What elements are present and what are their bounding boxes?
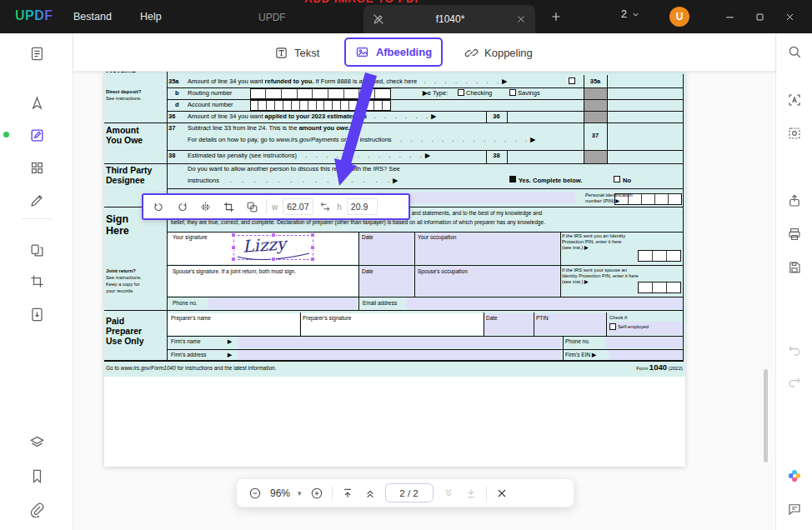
form-note-joint-return: Joint return? [106, 268, 136, 274]
crop-icon[interactable] [219, 198, 238, 216]
form-ipp-spouse: If the IRS sent your spouse an [562, 268, 627, 273]
form-note-direct-deposit: Direct deposit? [106, 89, 141, 95]
window-label: UPDF [258, 12, 286, 23]
edit-pdf-icon[interactable] [27, 125, 47, 145]
edit-slash-icon [372, 12, 385, 26]
markup-icon[interactable] [27, 92, 47, 112]
link-tool-icon [464, 45, 479, 60]
text-tool-icon [273, 45, 288, 60]
print-icon[interactable] [784, 224, 804, 244]
scrollbar-thumb[interactable] [764, 369, 768, 462]
ai-assistant-icon[interactable] [784, 466, 804, 486]
edit-ribbon: Tekst Afbeelding Koppeling [73, 33, 775, 72]
selection-handle[interactable] [310, 232, 315, 238]
aspect-link-icon[interactable] [318, 200, 332, 213]
minimize-button[interactable] [717, 4, 742, 29]
page-up-icon[interactable] [363, 486, 378, 501]
signature-image[interactable]: Lizzy [233, 235, 313, 260]
width-input[interactable] [283, 198, 313, 215]
tab-count-dropdown[interactable]: 2 [621, 8, 640, 20]
text-tool-button[interactable]: Tekst [273, 42, 319, 63]
text-tool-label: Tekst [294, 47, 319, 59]
width-label: w [272, 202, 278, 212]
tab-count: 2 [621, 8, 627, 20]
updf-window: ADD IMAGE TO PDF UPDF Bestand Help UPDF … [0, 0, 812, 530]
link-tool-button[interactable]: Koppeling [464, 42, 533, 63]
image-tool-label: Afbeelding [376, 46, 432, 58]
rotate-right-icon[interactable] [173, 198, 191, 216]
rotate-left-icon[interactable] [149, 198, 168, 216]
search-icon[interactable] [784, 42, 804, 62]
zoom-dropdown-caret[interactable]: ▾ [298, 489, 302, 498]
form-cell-36: 36 [486, 113, 507, 121]
form-cell-35a: 35a [584, 78, 607, 86]
link-tool-label: Koppeling [484, 47, 533, 59]
form-spouse-signature-label: Spouse's signature. If a joint return, b… [173, 268, 296, 275]
tab-close-icon[interactable] [515, 13, 527, 25]
form-tpd-no: No [623, 178, 631, 185]
form-section-paid-preparer: Paid [106, 317, 124, 326]
image-format-toolbar: w h [142, 193, 410, 220]
zoom-level[interactable]: 96% [270, 488, 290, 499]
crop-page-icon[interactable] [27, 271, 47, 291]
bookmark-icon[interactable] [27, 466, 47, 486]
selection-handle[interactable] [310, 245, 315, 250]
pages-grid-icon[interactable] [27, 158, 47, 178]
save-icon[interactable] [784, 258, 804, 278]
new-tab-button[interactable] [547, 8, 565, 26]
image-tool-button[interactable]: Afbeelding [344, 38, 443, 67]
height-input[interactable] [347, 198, 378, 215]
snapshot-icon[interactable] [784, 123, 804, 143]
menu-help[interactable]: Help [140, 11, 162, 22]
form-row-35a-num: 35a [168, 78, 179, 86]
redo-icon[interactable] [784, 372, 804, 392]
zoom-in-icon[interactable] [309, 486, 324, 501]
maximize-button[interactable] [747, 4, 772, 29]
signature-tool-icon[interactable] [27, 190, 47, 210]
form-cell-38: 38 [486, 152, 507, 160]
selection-handle[interactable] [271, 232, 276, 238]
form-note-see-instructions: See instructions. [106, 96, 142, 102]
image-tool-icon [355, 45, 370, 60]
form-your-signature-label: Your signature [173, 234, 208, 241]
layers-icon[interactable] [27, 432, 47, 452]
export-icon[interactable] [27, 304, 47, 324]
form-section-sign-here: Sign [106, 214, 128, 225]
bar-divider [332, 486, 333, 501]
attachment-icon[interactable] [27, 499, 47, 519]
organize-pages-icon[interactable] [27, 240, 47, 260]
avatar[interactable]: U [669, 7, 689, 27]
page-indicator[interactable]: 2 / 2 [385, 483, 434, 502]
chevron-down-icon [631, 10, 640, 19]
scroll-bottom-icon[interactable] [464, 486, 479, 501]
page-down-icon[interactable] [441, 486, 456, 501]
selection-handle[interactable] [310, 257, 315, 262]
active-tool-indicator [3, 132, 9, 138]
menu-bestand[interactable]: Bestand [73, 11, 112, 22]
selection-handle[interactable] [271, 257, 276, 262]
flip-icon[interactable] [196, 198, 214, 216]
zoom-out-icon[interactable] [248, 486, 263, 501]
chat-icon[interactable] [784, 499, 804, 519]
titlebar: ADD IMAGE TO PDF UPDF Bestand Help UPDF … [0, 0, 812, 33]
close-bar-icon[interactable] [494, 486, 509, 501]
scroll-top-icon[interactable] [340, 486, 355, 501]
share-icon[interactable] [784, 191, 804, 211]
close-button[interactable] [777, 4, 802, 29]
replace-image-icon[interactable] [243, 198, 261, 216]
undo-icon[interactable] [784, 340, 804, 360]
document-tab[interactable]: f1040* [363, 5, 535, 33]
form-row-36: Amount of line 34 you want applied to yo… [188, 113, 436, 121]
selection-handle[interactable] [231, 257, 236, 262]
form-tpd-question: Do you want to allow another person to d… [188, 166, 400, 173]
bar-divider [486, 486, 487, 501]
selection-handle[interactable] [231, 232, 236, 238]
reader-icon[interactable] [27, 43, 47, 63]
toolbar-divider [266, 199, 267, 214]
page-navigation-bar: 96% ▾ 2 / 2 [236, 478, 574, 508]
form-row-account: Account number [188, 102, 233, 109]
form-row-38: Estimated tax penalty (see instructions)… [188, 152, 430, 160]
left-toolbar [0, 33, 73, 530]
ocr-icon[interactable] [784, 90, 804, 110]
selection-handle[interactable] [231, 245, 236, 250]
